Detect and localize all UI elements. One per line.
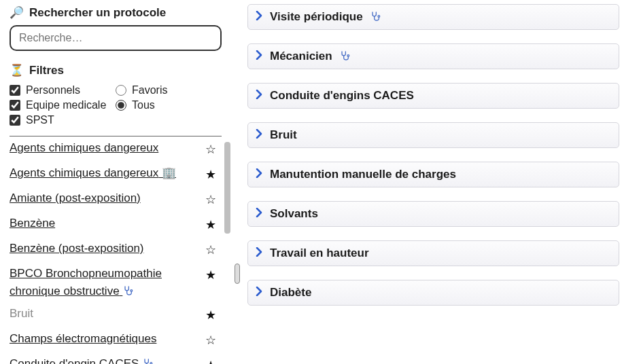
main-panel: Visite périodiqueMécanicienConduite d'en… bbox=[243, 0, 622, 364]
search-input-wrap bbox=[0, 25, 231, 63]
list-item[interactable]: Benzène (post-exposition)☆ bbox=[0, 237, 226, 262]
favorite-star-icon[interactable]: ★ bbox=[205, 215, 216, 234]
favorite-star-icon[interactable]: ☆ bbox=[205, 189, 216, 209]
protocol-name[interactable]: Agents chimiques dangereux 🏢 bbox=[10, 164, 182, 182]
radio-tous[interactable] bbox=[116, 100, 126, 111]
chevron-right-icon bbox=[255, 168, 263, 181]
chevron-right-icon bbox=[255, 207, 263, 221]
list-item[interactable]: Conduite d'engin CACES ★ bbox=[0, 352, 226, 364]
chevron-right-icon bbox=[255, 247, 263, 260]
filter-label: SPST bbox=[26, 114, 54, 126]
list-item[interactable]: Agents chimiques dangereux 🏢★ bbox=[0, 162, 226, 187]
accordion-title: Diabète bbox=[270, 286, 311, 299]
list-item[interactable]: Agents chimiques dangereux☆ bbox=[0, 136, 226, 162]
accordion-title: Conduite d'engins CACES bbox=[270, 89, 414, 103]
accordion-title: Manutention manuelle de charges bbox=[270, 168, 456, 181]
accordion-row[interactable]: Solvants bbox=[247, 201, 619, 227]
accordion-row[interactable]: Conduite d'engins CACES bbox=[247, 83, 619, 109]
filters-grid: Personnels Favoris Equipe medicale Tous … bbox=[0, 81, 231, 132]
stethoscope-icon bbox=[139, 357, 153, 364]
svg-point-0 bbox=[131, 289, 133, 291]
filter-label: Personnels bbox=[26, 84, 80, 96]
chevron-right-icon bbox=[255, 10, 263, 24]
chevron-right-icon bbox=[255, 128, 263, 142]
favorite-star-icon[interactable]: ☆ bbox=[205, 240, 216, 259]
accordion-title: Solvants bbox=[270, 207, 318, 221]
splitter-handle[interactable] bbox=[235, 263, 240, 284]
filter-label: Favoris bbox=[132, 84, 167, 96]
accordion-title: Mécanicien bbox=[270, 50, 332, 63]
filter-label: Tous bbox=[132, 99, 155, 111]
filter-personnels[interactable]: Personnels bbox=[10, 84, 116, 96]
checkbox-spst[interactable] bbox=[10, 115, 20, 126]
search-input[interactable] bbox=[10, 25, 222, 51]
checkbox-equipe[interactable] bbox=[10, 100, 20, 111]
accordion-row[interactable]: Bruit bbox=[247, 122, 619, 148]
list-item[interactable]: Bruit★ bbox=[0, 302, 226, 327]
building-icon: 🏢 bbox=[158, 166, 176, 179]
hourglass-icon: ⏳ bbox=[10, 63, 24, 77]
accordion-title: Visite périodique bbox=[270, 10, 363, 24]
filter-label: Equipe medicale bbox=[26, 99, 106, 111]
protocol-name[interactable]: Benzène (post-exposition) bbox=[10, 240, 150, 257]
filter-favoris[interactable]: Favoris bbox=[116, 84, 222, 96]
scrollbar[interactable] bbox=[224, 142, 231, 352]
list-item[interactable]: Benzène★ bbox=[0, 212, 226, 237]
svg-point-3 bbox=[347, 55, 349, 57]
radio-favoris[interactable] bbox=[116, 85, 126, 96]
stethoscope-icon bbox=[339, 50, 350, 63]
protocol-name[interactable]: Conduite d'engin CACES bbox=[10, 355, 158, 364]
accordion-row[interactable]: Diabète bbox=[247, 280, 619, 306]
protocol-name[interactable]: Amiante (post-exposition) bbox=[10, 189, 146, 207]
protocol-list: Agents chimiques dangereux☆Agents chimiq… bbox=[0, 136, 231, 364]
accordion-row[interactable]: Mécanicien bbox=[247, 43, 619, 69]
favorite-star-icon[interactable]: ★ bbox=[205, 355, 216, 364]
stethoscope-icon bbox=[120, 285, 134, 297]
list-item[interactable]: Amiante (post-exposition)☆ bbox=[0, 187, 226, 212]
search-icon: 🔎 bbox=[10, 5, 24, 20]
filter-equipe[interactable]: Equipe medicale bbox=[10, 99, 116, 111]
accordion-title: Travail en hauteur bbox=[270, 247, 369, 260]
protocol-name[interactable]: Bruit bbox=[10, 305, 39, 323]
search-section-header: 🔎 Rechercher un protocole bbox=[0, 5, 231, 25]
chevron-right-icon bbox=[255, 89, 263, 103]
protocol-name[interactable]: BPCO Bronchopneumopathie chronique obstr… bbox=[10, 265, 205, 299]
accordion-row[interactable]: Travail en hauteur bbox=[247, 240, 619, 266]
accordion-row[interactable]: Visite périodique bbox=[247, 4, 619, 30]
filters-section-header: ⏳ Filtres bbox=[0, 63, 231, 81]
sidebar: 🔎 Rechercher un protocole ⏳ Filtres Pers… bbox=[0, 0, 231, 364]
favorite-star-icon[interactable]: ★ bbox=[205, 164, 216, 184]
list-item[interactable]: Champs électromagnétiques☆ bbox=[0, 327, 226, 352]
favorite-star-icon[interactable]: ☆ bbox=[205, 139, 216, 159]
accordion-row[interactable]: Manutention manuelle de charges bbox=[247, 162, 619, 187]
accordion-title: Bruit bbox=[270, 128, 297, 142]
protocol-name[interactable]: Agents chimiques dangereux bbox=[10, 139, 164, 157]
favorite-star-icon[interactable]: ★ bbox=[205, 305, 216, 325]
svg-point-2 bbox=[378, 16, 380, 18]
search-header-label: Rechercher un protocole bbox=[29, 6, 166, 20]
chevron-right-icon bbox=[255, 50, 263, 63]
splitter[interactable] bbox=[231, 0, 243, 364]
favorite-star-icon[interactable]: ★ bbox=[205, 265, 216, 285]
checkbox-personnels[interactable] bbox=[10, 85, 20, 96]
filter-spst[interactable]: SPST bbox=[10, 114, 116, 126]
protocol-name[interactable]: Champs électromagnétiques bbox=[10, 330, 162, 348]
scroll-thumb[interactable] bbox=[224, 142, 230, 234]
protocol-name[interactable]: Benzène bbox=[10, 215, 61, 232]
chevron-right-icon bbox=[255, 286, 263, 299]
stethoscope-icon bbox=[370, 10, 381, 24]
filters-header-label: Filtres bbox=[29, 64, 64, 77]
filter-tous[interactable]: Tous bbox=[116, 99, 222, 111]
list-item[interactable]: BPCO Bronchopneumopathie chronique obstr… bbox=[0, 262, 226, 302]
favorite-star-icon[interactable]: ☆ bbox=[205, 330, 216, 350]
